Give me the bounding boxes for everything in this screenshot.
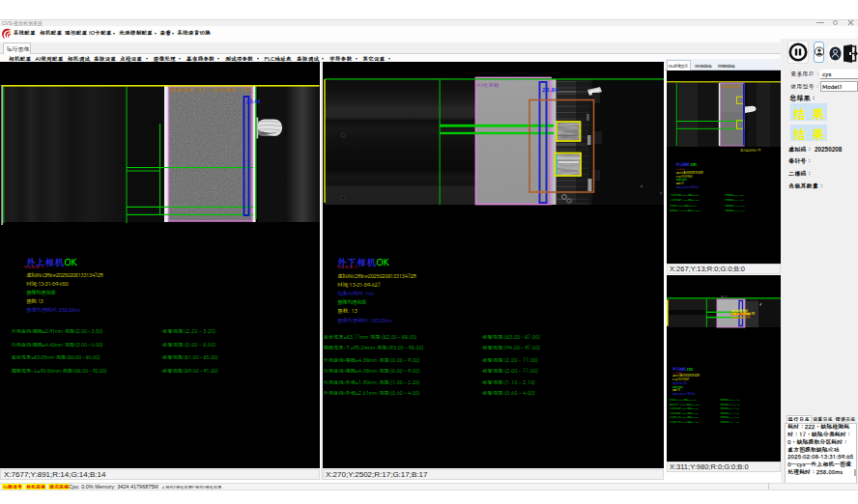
svg-text:图像处理完成: 图像处理完成: [26, 289, 56, 296]
svg-text:图数: 13: 图数: 13: [26, 297, 44, 305]
svg-text:相机画面配置: 相机画面配置: [695, 63, 714, 69]
svg-text:报警范围:(83.00 - 87.00): 报警范围:(83.00 - 87.00): [720, 398, 740, 402]
svg-text:NG成像显示: NG成像显示: [669, 63, 689, 69]
svg-text:图像处理耗时: 183.00ms: 图像处理耗时: 183.00ms: [337, 317, 392, 324]
svg-text:报警范围:(2.00 - 77.00): 报警范围:(2.00 - 77.00): [482, 367, 538, 375]
svg-text:图像处理耗时: 258.00ms: 图像处理耗时: 258.00ms: [676, 185, 700, 189]
svg-text:23.48: 23.48: [246, 98, 261, 105]
svg-text:报警范围:(94.00 - 97.00): 报警范围:(94.00 - 97.00): [482, 344, 540, 351]
svg-text:报警范围:(0.60 - 4.00): 报警范围:(0.60 - 4.00): [482, 389, 535, 397]
svg-text:隔膜宽度-上=90.56mm 范围:(88.00 - 92.: 隔膜宽度-上=90.56mm 范围:(88.00 - 92.00): [670, 209, 701, 212]
svg-text:直板宽度=83.05mm 范围:(80.00 - 86.00: 直板宽度=83.05mm 范围:(80.00 - 86.00): [670, 204, 697, 208]
svg-text:报警范围:(0.60 - 4.00): 报警范围:(0.60 - 4.00): [720, 419, 739, 423]
svg-text:图数: 13: 图数: 13: [337, 307, 358, 315]
svg-text:OK: OK: [65, 256, 78, 268]
svg-text:OK: OK: [691, 161, 699, 167]
svg-text:OK: OK: [377, 256, 390, 268]
svg-text:外侧直线-负极=2.61mm 范围:(0.60 - 4.00: 外侧直线-负极=2.61mm 范围:(0.60 - 4.00): [669, 419, 699, 423]
svg-text:内侧直线-负极=1.90mm 范围:(1.00 - 2.20: 内侧直线-负极=1.90mm 范围:(1.00 - 2.20): [324, 378, 420, 386]
svg-text:直板宽度=83.77mm 范围:(82.00 - 88.00: 直板宽度=83.77mm 范围:(82.00 - 88.00): [324, 333, 417, 341]
svg-text:外侧直线-隔膜=2.91mm 范围:(2.00 - 3.50: 外侧直线-隔膜=2.91mm 范围:(2.00 - 3.50): [12, 327, 103, 335]
svg-text:隔膜宽度-上=90.56mm 范围:(88.00 - 92.: 隔膜宽度-上=90.56mm 范围:(88.00 - 92.00): [12, 367, 107, 375]
svg-text:OK: OK: [687, 365, 695, 371]
svg-text:虚拟码:Offline2025020813313472B: 虚拟码:Offline2025020813313472B: [337, 272, 416, 280]
svg-text:NG光洁:1: NG光洁:1: [24, 264, 44, 269]
svg-text:内侧直线-隔膜=4.60mm 范围:(3.00 - 6.00: 内侧直线-隔膜=4.60mm 范围:(3.00 - 6.00): [670, 198, 700, 202]
svg-text:外下: 外下: [721, 294, 728, 299]
svg-text:隔膜宽度-下=95.24mm 范围:(93.00 - 98.: 隔膜宽度-下=95.24mm 范围:(93.00 - 98.00): [669, 402, 700, 406]
svg-text:数据画面配置: 数据画面配置: [718, 63, 737, 69]
svg-text:报警范围:(89.00 - 91.00): 报警范围:(89.00 - 91.00): [725, 209, 745, 212]
svg-text:报警范围:(81.00 - 85.00): 报警范围:(81.00 - 85.00): [725, 204, 745, 208]
svg-text:负极耳宽度 5.10: 负极耳宽度 5.10: [731, 314, 750, 319]
svg-text:报警范围:(81.00 - 85.00): 报警范围:(81.00 - 85.00): [162, 353, 218, 361]
svg-text:报警范围:(1.10 - 2.10): 报警范围:(1.10 - 2.10): [482, 378, 535, 386]
svg-text:报警范围:(2.00 - 77.00): 报警范围:(2.00 - 77.00): [482, 356, 538, 364]
svg-text:AI检测框: AI检测框: [477, 82, 500, 88]
svg-text:报警范围:(0.00 - 8.00): 报警范围:(0.00 - 8.00): [162, 341, 216, 349]
svg-text:报警范围:(2.20 - 3.20): 报警范围:(2.20 - 3.20): [162, 327, 216, 335]
svg-text:报警范围:(94.00 - 97.00): 报警范围:(94.00 - 97.00): [720, 402, 740, 406]
svg-text:报警范围:(89.00 - 91.00): 报警范围:(89.00 - 91.00): [162, 367, 218, 375]
svg-text:图像处理完成: 图像处理完成: [337, 298, 367, 306]
svg-text:直板宽度=83.77mm 范围:(82.00 - 88.00: 直板宽度=83.77mm 范围:(82.00 - 88.00): [669, 398, 696, 402]
svg-text:报警范围:(2.00 - 77.00): 报警范围:(2.00 - 77.00): [720, 410, 739, 414]
svg-text:报警范围:(0.00 - 8.00): 报警范围:(0.00 - 8.00): [725, 198, 744, 202]
svg-text:外侧直线-隔膜=4.38mm 范围:(0.00 - 9.00: 外侧直线-隔膜=4.38mm 范围:(0.00 - 9.00): [324, 356, 420, 364]
svg-text:隔膜宽度-下=95.24mm 范围:(93.00 - 98.: 隔膜宽度-下=95.24mm 范围:(93.00 - 98.00): [324, 344, 424, 351]
svg-text:28.80: 28.80: [542, 85, 558, 94]
svg-text:时间:13-31-59-627: 时间:13-31-59-627: [337, 281, 382, 289]
svg-text:外侧直线-负极=2.61mm 范围:(0.60 - 4.00: 外侧直线-负极=2.61mm 范围:(0.60 - 4.00): [324, 389, 420, 397]
svg-text:内侧直线-隔膜=4.38mm 范围:(0.00 - 9.00: 内侧直线-隔膜=4.38mm 范围:(0.00 - 9.00): [324, 367, 420, 375]
svg-text:内侧直线-隔膜=4.60mm 范围:(3.00 - 6.00: 内侧直线-隔膜=4.60mm 范围:(3.00 - 6.00): [12, 341, 103, 349]
svg-text:图像处理耗时: 183.00ms: 图像处理耗时: 183.00ms: [672, 391, 696, 395]
svg-text:内侧直线-隔膜=4.38mm 范围:(0.00 - 9.00: 内侧直线-隔膜=4.38mm 范围:(0.00 - 9.00): [669, 410, 699, 414]
svg-text:外侧直线-隔膜=2.91mm 范围:(2.00 - 3.50: 外侧直线-隔膜=2.91mm 范围:(2.00 - 3.50): [670, 193, 700, 197]
svg-text:时间:13-31-59-650: 时间:13-31-59-650: [26, 280, 70, 288]
svg-text:图像处理耗时: 258.00ms: 图像处理耗时: 258.00ms: [26, 306, 80, 314]
svg-text:报警范围:(2.20 - 3.20): 报警范围:(2.20 - 3.20): [725, 193, 744, 197]
svg-text:最大值:45 Min:1 79: 最大值:45 Min:1 79: [740, 149, 761, 153]
svg-text:报警范围:(83.00 - 87.00): 报警范围:(83.00 - 87.00): [482, 333, 540, 341]
svg-text:负极耳检测: 负极耳检测: [530, 189, 547, 194]
svg-text:虚拟码:Offline2025020813313472B: 虚拟码:Offline2025020813313472B: [26, 271, 103, 279]
svg-text:NG光洁:0: NG光洁:0: [337, 264, 358, 269]
svg-text:静态阈值:93，动态阈值:100: 静态阈值:93，动态阈值:100: [170, 86, 251, 94]
svg-text:静态阈值:93 动态:100: 静态阈值:93 动态:100: [722, 84, 741, 89]
svg-text:直板宽度=83.05mm 范围:(80.00 - 86.00: 直板宽度=83.05mm 范围:(80.00 - 86.00): [12, 353, 100, 361]
svg-text:拉焦AI耗时: 166: 拉焦AI耗时: 166: [337, 290, 375, 297]
